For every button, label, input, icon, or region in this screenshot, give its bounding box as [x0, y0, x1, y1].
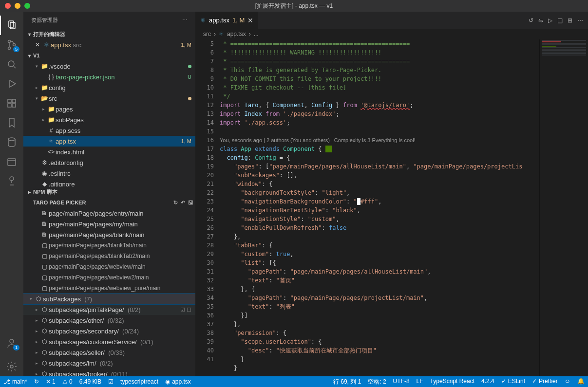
todo-icon[interactable]: ☑ [105, 376, 117, 387]
file-tree-item[interactable]: ▾📁.vscode [23, 61, 195, 72]
config-icon: ⚙ [40, 159, 49, 166]
prettier-status[interactable]: ✓ Prettier [529, 378, 561, 385]
file-tree-item[interactable]: ◆.gitignore [23, 179, 195, 186]
file-tree-item[interactable]: ⚛app.tsx1, M [23, 136, 195, 147]
file-tree-item[interactable]: { }taro-page-picker.jsonU [23, 72, 195, 82]
lang-mode[interactable]: TypeScript React [427, 378, 478, 385]
chevron-down-icon: ▾ [25, 32, 33, 37]
history-icon[interactable]: ↺ [529, 17, 533, 24]
undo-icon[interactable]: ↶ [181, 200, 185, 206]
picker-page-item[interactable]: 🗎page/mainPage/pages/blank/main [23, 229, 195, 240]
taro-picker-header[interactable]: TARO PAGE PICKER ↻ ↶ 🖫 [23, 197, 195, 208]
account-badge: 1 [13, 345, 19, 350]
subpackage-item[interactable]: ▸⬡subpackages/broker/ (0/11) [23, 369, 195, 376]
uncheck-all-icon[interactable]: ☐ [187, 307, 191, 313]
package-icon: ⬡ [40, 360, 49, 367]
ts-version[interactable]: 4.2.4 [478, 378, 498, 385]
npm-header[interactable]: ▸ NPM 脚本 [23, 186, 195, 197]
refresh-icon[interactable]: ↻ [173, 200, 178, 206]
tree-icon[interactable] [0, 171, 23, 191]
svg-rect-11 [8, 159, 16, 166]
save-icon[interactable]: 🖫 [188, 200, 193, 206]
picker-page-item[interactable]: 🗎page/mainPage/pages/my/main [23, 219, 195, 229]
picker-page-item[interactable]: ▢page/mainPage/pages/blankTab/main [23, 240, 195, 251]
feedback-icon[interactable]: ☺ [561, 378, 574, 385]
picker-page-item[interactable]: ▢page/mainPage/pages/blankTab2/main [23, 251, 195, 261]
subpackage-item[interactable]: ▸⬡subpackages/pinTalkPage/ (0/2)☑ ☐ [23, 304, 195, 315]
minimize-window[interactable] [15, 3, 20, 9]
subpackages-header[interactable]: ▾⬡subPackages (7) [23, 294, 195, 304]
diff-icon[interactable]: ⇋ [538, 17, 543, 24]
file-icon: 🗎 [40, 231, 49, 238]
debug-icon[interactable] [0, 74, 23, 93]
file-tree-item[interactable]: <>index.html [23, 147, 195, 157]
scm-icon[interactable]: 5 [0, 35, 23, 55]
package-icon: ⬡ [40, 328, 49, 334]
minimap[interactable] [539, 39, 588, 376]
close-icon[interactable]: ✕ [33, 41, 42, 48]
chevron-right-icon: ▸ [25, 189, 33, 195]
indent[interactable]: 空格: 2 [364, 378, 389, 386]
subpackage-item[interactable]: ▸⬡subpackages/im/ (0/2) [23, 358, 195, 369]
check-all-icon[interactable]: ☑ [180, 307, 185, 313]
account-icon[interactable]: 1 [0, 333, 23, 353]
close-tab-icon[interactable]: ✕ [247, 17, 253, 24]
svg-point-13 [10, 339, 14, 343]
file-tree-item[interactable]: ⚙.editorconfig [23, 157, 195, 168]
explorer-sidebar: 资源管理器 ⋯ ▾ 打开的编辑器 ✕ ⚛ app.tsx src 1, M ▾ … [23, 12, 195, 376]
search-icon[interactable] [0, 55, 23, 74]
svg-rect-1 [10, 22, 15, 29]
picker-page-item[interactable]: ▢page/mainPage/pages/webview/main [23, 261, 195, 272]
file-indicator[interactable]: ◉ app.tsx [162, 376, 194, 387]
sync-button[interactable]: ↻ [31, 376, 42, 387]
subpackage-item[interactable]: ▸⬡subpackages/customerService/ (0/1) [23, 336, 195, 347]
file-tree-item[interactable]: ▾📂src [23, 93, 195, 104]
run-icon[interactable]: ▷ [548, 17, 552, 24]
encoding[interactable]: UTF-8 [390, 378, 413, 385]
picker-page-item[interactable]: ▢page/mainPage/pages/webview_pure/main [23, 283, 195, 294]
gear-icon[interactable] [0, 357, 23, 376]
git-branch[interactable]: ⎇main* [0, 376, 31, 387]
layout-icon[interactable]: ⊞ [568, 17, 572, 24]
picker-page-item[interactable]: ▢page/mainPage/pages/webview2/main [23, 272, 195, 283]
bookmark-icon[interactable] [0, 113, 23, 132]
cursor-pos[interactable]: 行 69, 列 1 [330, 378, 364, 386]
breadcrumb[interactable]: src › ⚛ app.tsx › ... [195, 29, 588, 39]
zoom-window[interactable] [24, 3, 30, 9]
project-header[interactable]: ▾ V1 [23, 50, 195, 61]
close-window[interactable] [5, 3, 11, 9]
react-icon: ⚛ [219, 31, 224, 37]
project-icon[interactable] [0, 152, 23, 171]
explorer-icon[interactable] [0, 16, 23, 35]
git-icon: ◆ [40, 181, 49, 186]
more-icon[interactable]: ⋯ [577, 17, 583, 24]
more-icon[interactable]: ⋯ [182, 17, 188, 23]
file-tree-item[interactable]: ◉.eslintrc [23, 168, 195, 179]
subpackage-item[interactable]: ▸⬡subpackages/seller/ (0/33) [23, 347, 195, 358]
svg-point-14 [10, 365, 13, 368]
svg-point-10 [8, 138, 15, 141]
warnings[interactable]: ⚠ 0 [59, 376, 76, 387]
lang-mode-2[interactable]: typescriptreact [117, 376, 162, 387]
open-editors-header[interactable]: ▾ 打开的编辑器 [23, 29, 195, 39]
bell-icon[interactable]: 🔔 [574, 378, 588, 385]
file-tree-item[interactable]: ▸📁config [23, 82, 195, 93]
code-content[interactable]: * ======================================… [220, 39, 588, 376]
file-tree-item[interactable]: ▸📁subPages [23, 114, 195, 125]
split-icon[interactable]: ◫ [557, 17, 563, 24]
database-icon[interactable] [0, 132, 23, 152]
subpackage-item[interactable]: ▸⬡subpackages/other/ (0/32) [23, 315, 195, 326]
file-tree-item[interactable]: ▸📁pages [23, 104, 195, 114]
eslint-status[interactable]: ✓ ESLint [498, 378, 529, 385]
tab-app-tsx[interactable]: ⚛ app.tsx 1, M ✕ [195, 12, 259, 29]
open-editor-item[interactable]: ✕ ⚛ app.tsx src 1, M [23, 39, 195, 50]
picker-page-item[interactable]: 🗎page/mainPage/pages/entry/main [23, 208, 195, 219]
folder-icon: 📁 [40, 63, 49, 70]
eol[interactable]: LF [413, 378, 427, 385]
file-tree-item[interactable]: #app.scss [23, 125, 195, 136]
errors[interactable]: ✕ 1 [42, 376, 59, 387]
svg-rect-8 [8, 104, 11, 107]
line-gutter[interactable]: 5678910111213141516171819202122232425262… [195, 39, 220, 376]
subpackage-item[interactable]: ▸⬡subpackages/secondary/ (0/24) [23, 326, 195, 336]
extensions-icon[interactable] [0, 93, 23, 113]
